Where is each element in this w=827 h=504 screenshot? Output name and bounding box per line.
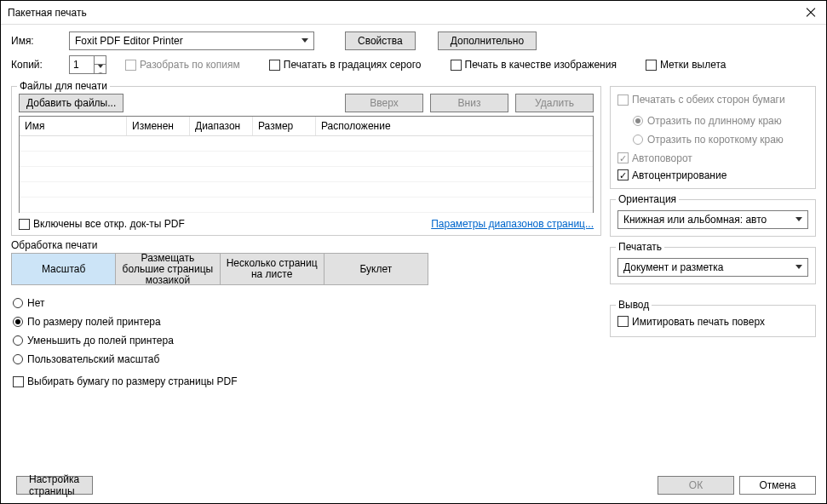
page-range-link[interactable]: Параметры диапазонов страниц...: [431, 218, 594, 230]
orientation-value: Книжная или альбомная: авто: [623, 214, 787, 226]
collate-checkbox: Разобрать по копиям: [125, 59, 240, 71]
move-up-button[interactable]: Вверх: [345, 94, 423, 112]
col-size[interactable]: Размер: [253, 117, 316, 135]
radio-shrink[interactable]: Уменьшить до полей принтера: [13, 335, 600, 346]
close-icon[interactable]: [807, 7, 819, 19]
printer-name-value: Foxit PDF Editor Printer: [75, 35, 183, 47]
tab-booklet[interactable]: Буклет: [324, 254, 428, 284]
cancel-button[interactable]: Отмена: [739, 476, 816, 495]
include-open-checkbox[interactable]: Включены все откр. док-ты PDF: [19, 218, 185, 230]
files-table[interactable]: Имя Изменен Диапазон Размер Расположение: [19, 116, 594, 213]
copies-label: Копий:: [11, 59, 62, 71]
files-legend: Файлы для печати: [17, 80, 110, 92]
flip-long-radio: Отразить по длинному краю: [633, 115, 808, 127]
auto-center-checkbox[interactable]: Автоцентрирование: [617, 169, 726, 181]
output-legend: Вывод: [616, 299, 652, 311]
copies-value: 1: [73, 59, 79, 71]
printer-name-label: Имя:: [11, 35, 62, 47]
tab-multi[interactable]: Несколько страниц на листе: [221, 254, 324, 284]
print-what-select[interactable]: Документ и разметка: [617, 258, 808, 277]
as-image-checkbox[interactable]: Печать в качестве изображения: [451, 59, 617, 71]
spin-up-icon[interactable]: [98, 56, 103, 65]
chevron-down-icon: [302, 38, 308, 43]
ok-button[interactable]: ОК: [658, 476, 734, 495]
choose-paper-checkbox[interactable]: Выбирать бумагу по размеру страницы PDF: [13, 375, 238, 387]
window-title: Пакетная печать: [8, 7, 807, 19]
printer-name-select[interactable]: Foxit PDF Editor Printer: [69, 32, 314, 50]
col-range[interactable]: Диапазон: [190, 117, 253, 135]
radio-none[interactable]: Нет: [13, 297, 600, 309]
col-name[interactable]: Имя: [20, 117, 127, 135]
orientation-legend: Ориентация: [616, 193, 679, 205]
chevron-down-icon: [795, 265, 802, 269]
page-setup-button[interactable]: Настройка страницы: [16, 476, 93, 495]
chevron-down-icon: [795, 217, 802, 221]
print-what-value: Документ и разметка: [623, 261, 724, 273]
radio-fit[interactable]: По размеру полей принтера: [13, 316, 600, 328]
simulate-overprint-checkbox[interactable]: Имитировать печать поверх: [617, 316, 765, 328]
flip-short-radio: Отразить по короткому краю: [633, 134, 808, 146]
advanced-button[interactable]: Дополнительно: [438, 32, 537, 50]
add-files-button[interactable]: Добавить файлы...: [19, 94, 123, 112]
move-down-button[interactable]: Вниз: [430, 94, 508, 112]
grayscale-checkbox[interactable]: Печатать в градациях серого: [269, 59, 422, 71]
auto-rotate-checkbox: Автоповорот: [617, 152, 692, 164]
col-modified[interactable]: Изменен: [127, 117, 190, 135]
bleed-marks-checkbox[interactable]: Метки вылета: [646, 59, 726, 71]
col-location[interactable]: Расположение: [316, 117, 593, 135]
duplex-checkbox: Печатать с обеих сторон бумаги: [617, 94, 785, 106]
delete-button[interactable]: Удалить: [515, 94, 594, 112]
copies-input[interactable]: 1: [69, 55, 106, 74]
tab-scale[interactable]: Масштаб: [12, 254, 116, 284]
tab-tile[interactable]: Размещать большие страницы мозаикой: [116, 254, 220, 284]
spin-down-icon[interactable]: [98, 65, 103, 73]
handling-legend: Обработка печати: [11, 239, 601, 251]
print-what-legend: Печатать: [616, 241, 664, 253]
radio-custom[interactable]: Пользовательский масштаб: [13, 353, 600, 365]
properties-button[interactable]: Свойства: [345, 32, 416, 50]
orientation-select[interactable]: Книжная или альбомная: авто: [617, 210, 808, 229]
